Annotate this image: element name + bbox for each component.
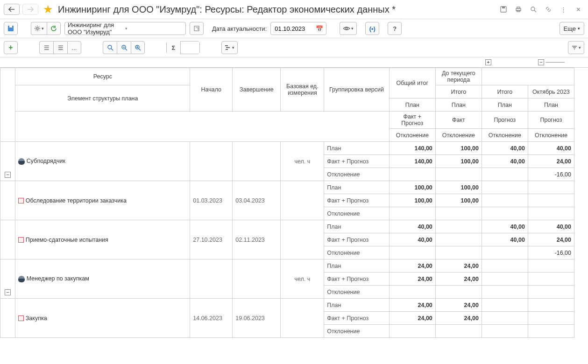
help-button[interactable]: ? bbox=[388, 22, 402, 35]
value-cell[interactable]: 24,00 bbox=[435, 259, 482, 273]
value-cell[interactable]: 40,00 bbox=[528, 142, 574, 155]
value-cell[interactable] bbox=[528, 299, 574, 312]
end-date[interactable]: 03.04.2023 bbox=[233, 181, 281, 220]
value-cell[interactable] bbox=[528, 312, 574, 325]
end-date[interactable] bbox=[233, 259, 281, 299]
value-cell[interactable] bbox=[482, 246, 528, 259]
value-cell[interactable] bbox=[482, 325, 528, 338]
value-cell[interactable]: 24,00 bbox=[435, 273, 482, 286]
add-row-button[interactable]: + bbox=[4, 41, 18, 54]
collapse-cur-button[interactable]: − bbox=[538, 59, 544, 65]
value-cell[interactable] bbox=[482, 207, 528, 220]
task-cell[interactable]: Закупка bbox=[15, 299, 190, 338]
zoom-in-button[interactable] bbox=[103, 41, 117, 54]
value-cell[interactable] bbox=[528, 325, 574, 338]
preview-icon[interactable] bbox=[527, 4, 539, 15]
value-cell[interactable]: 24,00 bbox=[389, 273, 435, 286]
value-cell[interactable]: 24,00 bbox=[389, 312, 435, 325]
refresh-button[interactable] bbox=[47, 22, 61, 35]
value-cell[interactable]: 100,00 bbox=[435, 194, 482, 207]
more-menu-icon[interactable]: ⋮ bbox=[557, 4, 569, 15]
nav-forward-button[interactable] bbox=[22, 4, 38, 15]
value-cell[interactable] bbox=[435, 168, 482, 181]
value-cell[interactable] bbox=[528, 259, 574, 273]
visibility-button[interactable]: ▾ bbox=[340, 22, 357, 35]
indent-button[interactable]: ☰ bbox=[53, 41, 67, 54]
value-cell[interactable] bbox=[482, 168, 528, 181]
more-button[interactable]: Еще ▾ bbox=[560, 22, 584, 35]
value-cell[interactable]: 24,00 bbox=[435, 312, 482, 325]
value-cell[interactable] bbox=[435, 325, 482, 338]
value-cell[interactable] bbox=[482, 181, 528, 194]
value-cell[interactable] bbox=[482, 299, 528, 312]
task-cell[interactable]: Приемо-сдаточные испытания bbox=[15, 220, 190, 259]
value-cell[interactable]: 40,00 bbox=[389, 220, 435, 233]
zoom-out-button[interactable] bbox=[117, 41, 131, 54]
settings-button[interactable]: ▾ bbox=[31, 22, 47, 35]
value-cell[interactable] bbox=[389, 246, 435, 259]
value-cell[interactable]: 40,00 bbox=[482, 155, 528, 168]
value-cell[interactable]: 24,00 bbox=[435, 299, 482, 312]
value-cell[interactable] bbox=[528, 286, 574, 299]
sigma-input[interactable] bbox=[181, 42, 199, 54]
value-cell[interactable]: 100,00 bbox=[435, 155, 482, 168]
print-icon[interactable] bbox=[512, 4, 524, 15]
date-field[interactable] bbox=[274, 25, 311, 33]
save-icon[interactable] bbox=[497, 4, 510, 15]
value-cell[interactable] bbox=[482, 273, 528, 286]
value-cell[interactable]: 40,00 bbox=[482, 233, 528, 246]
value-cell[interactable] bbox=[482, 259, 528, 273]
value-cell[interactable]: 24,00 bbox=[528, 155, 574, 168]
tree-collapse-toggle[interactable]: − bbox=[5, 172, 11, 178]
nav-back-button[interactable] bbox=[4, 4, 20, 15]
value-cell[interactable] bbox=[389, 207, 435, 220]
open-project-button[interactable] bbox=[190, 22, 204, 35]
value-cell[interactable]: 40,00 bbox=[482, 220, 528, 233]
value-cell[interactable] bbox=[389, 286, 435, 299]
value-cell[interactable]: 100,00 bbox=[435, 181, 482, 194]
value-cell[interactable] bbox=[482, 286, 528, 299]
task-cell[interactable]: Обследование территории заказчика bbox=[15, 181, 190, 220]
value-cell[interactable] bbox=[389, 325, 435, 338]
outdent-button[interactable]: ☰ bbox=[39, 41, 53, 54]
value-cell[interactable]: -16,00 bbox=[528, 168, 574, 181]
project-select[interactable]: Инжиниринг для ООО "Изумруд" ▾ bbox=[64, 22, 186, 35]
link-icon[interactable] bbox=[542, 4, 554, 15]
value-cell[interactable]: 140,00 bbox=[389, 155, 435, 168]
calendar-icon[interactable]: 📅 bbox=[316, 25, 323, 32]
value-cell[interactable] bbox=[389, 168, 435, 181]
value-cell[interactable] bbox=[528, 207, 574, 220]
value-cell[interactable]: 40,00 bbox=[482, 142, 528, 155]
expand-prev-button[interactable]: + bbox=[485, 59, 491, 65]
value-cell[interactable] bbox=[435, 286, 482, 299]
value-cell[interactable] bbox=[482, 194, 528, 207]
list-more-button[interactable]: ... bbox=[67, 41, 81, 54]
value-cell[interactable]: 24,00 bbox=[528, 233, 574, 246]
value-cell[interactable] bbox=[528, 181, 574, 194]
value-cell[interactable]: 100,00 bbox=[435, 142, 482, 155]
value-cell[interactable]: 100,00 bbox=[389, 194, 435, 207]
resource-cell[interactable]: Субподрядчик bbox=[15, 142, 190, 181]
value-cell[interactable] bbox=[435, 220, 482, 233]
start-date[interactable] bbox=[190, 259, 233, 299]
value-cell[interactable]: -16,00 bbox=[528, 246, 574, 259]
value-cell[interactable]: 100,00 bbox=[389, 181, 435, 194]
start-date[interactable]: 27.10.2023 bbox=[190, 220, 233, 259]
value-cell[interactable]: 24,00 bbox=[389, 299, 435, 312]
zoom-fit-button[interactable] bbox=[131, 41, 145, 54]
tree-collapse-toggle[interactable]: − bbox=[5, 289, 11, 295]
filter-settings-button[interactable]: ▾ bbox=[568, 41, 584, 54]
end-date[interactable]: 19.06.2023 bbox=[233, 299, 281, 338]
value-cell[interactable]: 24,00 bbox=[389, 259, 435, 273]
value-cell[interactable]: 140,00 bbox=[389, 142, 435, 155]
value-cell[interactable]: 40,00 bbox=[528, 220, 574, 233]
start-date[interactable]: 01.03.2023 bbox=[190, 181, 233, 220]
value-cell[interactable] bbox=[435, 207, 482, 220]
value-cell[interactable]: 40,00 bbox=[389, 233, 435, 246]
value-cell[interactable] bbox=[528, 194, 574, 207]
start-date[interactable]: 14.06.2023 bbox=[190, 299, 233, 338]
sigma-button[interactable]: Σ bbox=[167, 41, 181, 54]
favorite-star-icon[interactable]: ★ bbox=[43, 3, 53, 16]
gantt-config-button[interactable]: ▾ bbox=[221, 41, 238, 54]
value-cell[interactable] bbox=[435, 246, 482, 259]
